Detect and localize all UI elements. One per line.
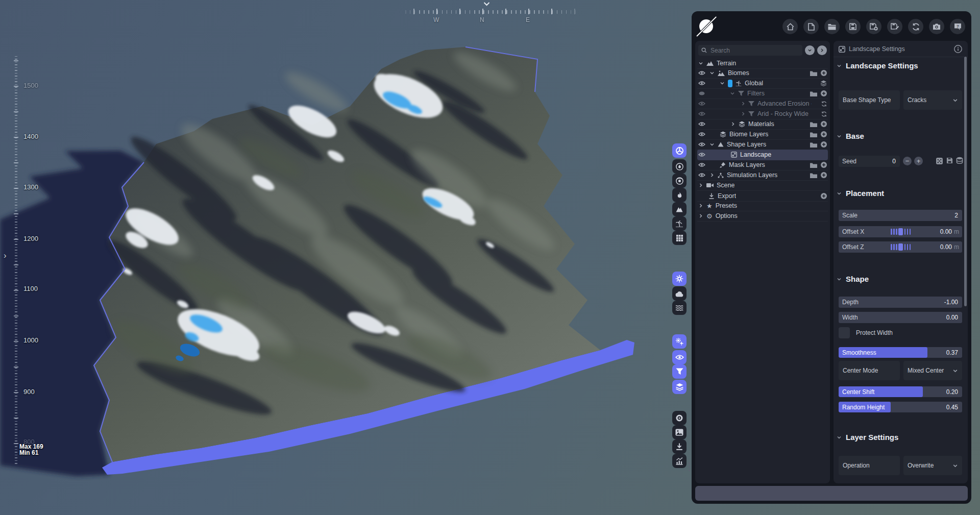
tree-item-biomes[interactable]: Biomes: [697, 68, 828, 79]
tree-item-scene[interactable]: Scene: [697, 180, 828, 191]
tree-item-arid-rocky-wide[interactable]: Arid - Rocky Wide: [697, 109, 828, 119]
cloud-settings-button[interactable]: [672, 286, 687, 301]
folder-icon[interactable]: [810, 121, 817, 127]
width-field[interactable]: Width 0.00: [839, 312, 962, 323]
add-icon[interactable]: [821, 172, 827, 178]
screenshot-gallery-button[interactable]: [672, 425, 687, 439]
eye-icon[interactable]: [698, 121, 705, 127]
add-icon[interactable]: [821, 162, 827, 168]
grid-view-button[interactable]: [672, 231, 687, 245]
tree-item-advanced-erosion[interactable]: Advanced Erosion - Se: [697, 99, 828, 109]
sun-settings-button[interactable]: [672, 272, 687, 286]
tree-item-terrain[interactable]: Terrain: [697, 58, 828, 69]
eye-icon[interactable]: [698, 132, 705, 137]
tree-item-global[interactable]: Global: [697, 78, 828, 89]
section-placement[interactable]: Placement: [837, 189, 959, 198]
seed-decrement-button[interactable]: −: [903, 157, 912, 165]
chevron-right-icon[interactable]: [730, 121, 736, 127]
mountain-view-button[interactable]: [672, 202, 687, 216]
eye-icon[interactable]: [698, 81, 705, 86]
chevron-down-icon[interactable]: [709, 70, 715, 76]
tree-item-shape-layers[interactable]: Shape Layers: [697, 139, 828, 150]
tree-item-presets[interactable]: ★ Presets: [697, 201, 828, 211]
folder-icon[interactable]: [810, 173, 817, 178]
chevron-right-icon[interactable]: [698, 213, 703, 218]
add-icon[interactable]: [821, 90, 827, 96]
folder-icon[interactable]: [810, 162, 817, 168]
tree-item-biome-layers[interactable]: Biome Layers: [697, 129, 828, 140]
visibility-panel-button[interactable]: [672, 350, 687, 364]
offset-z-field[interactable]: Offset Z 0.00 m: [839, 241, 962, 253]
export-quick-button[interactable]: [672, 439, 687, 454]
panel-resize-handle[interactable]: [689, 462, 691, 471]
island-view-button[interactable]: [672, 216, 687, 231]
water-globe-view-button[interactable]: [672, 159, 687, 174]
search-input[interactable]: [709, 46, 773, 55]
folder-icon[interactable]: [810, 91, 817, 96]
statistics-button[interactable]: [672, 454, 687, 468]
chevron-down-icon[interactable]: [720, 81, 725, 86]
tree-item-options[interactable]: ⚙ Options: [697, 211, 828, 222]
globe-view-button[interactable]: [672, 143, 687, 158]
base-shape-type-dropdown[interactable]: Cracks: [903, 90, 962, 110]
record-button[interactable]: [672, 411, 687, 425]
seed-field[interactable]: Seed 0: [839, 156, 900, 167]
add-icon[interactable]: [821, 141, 827, 148]
offset-x-field[interactable]: Offset X 0.00 m: [839, 226, 962, 237]
seed-increment-button[interactable]: +: [914, 157, 923, 165]
sync-icon[interactable]: [821, 111, 827, 117]
sync-button[interactable]: [908, 19, 923, 34]
folder-icon[interactable]: [810, 142, 817, 148]
center-mode-dropdown[interactable]: Mixed Center: [903, 361, 962, 380]
operation-dropdown[interactable]: Overwrite: [903, 456, 962, 475]
new-file-button[interactable]: [803, 19, 819, 34]
orbit-globe-view-button[interactable]: [672, 174, 687, 188]
chevron-right-icon[interactable]: [709, 173, 715, 178]
tree-item-landscape[interactable]: Landscape: [697, 150, 828, 160]
rename-project-button[interactable]: [887, 19, 902, 34]
chevron-right-icon[interactable]: [741, 101, 746, 106]
erosion-view-button[interactable]: [672, 188, 687, 202]
chevron-down-icon[interactable]: [709, 142, 715, 147]
folder-icon[interactable]: [810, 132, 817, 137]
add-icon[interactable]: [821, 121, 827, 127]
eye-icon[interactable]: [698, 173, 705, 178]
screenshot-button[interactable]: [929, 19, 944, 34]
section-layer-settings[interactable]: Layer Settings: [837, 433, 959, 442]
scale-field[interactable]: Scale 2: [839, 210, 962, 221]
tree-item-export[interactable]: Export: [697, 191, 828, 202]
chevron-right-icon[interactable]: [698, 203, 703, 208]
tree-item-simulation-layers[interactable]: Simulation Layers: [697, 170, 828, 181]
add-icon[interactable]: [821, 193, 827, 199]
save-preset-button[interactable]: [946, 157, 953, 164]
tree-search[interactable]: [698, 45, 802, 56]
home-button[interactable]: [782, 19, 798, 34]
expand-all-button[interactable]: [817, 45, 827, 55]
protect-width-checkbox[interactable]: [839, 327, 850, 338]
folder-icon[interactable]: [810, 70, 817, 76]
chevron-right-icon[interactable]: [698, 183, 703, 188]
layers-icon[interactable]: [820, 80, 827, 86]
section-landscape-settings[interactable]: Landscape Settings: [837, 61, 959, 70]
save-button[interactable]: [845, 19, 861, 34]
offset-x-scrubber[interactable]: [891, 228, 911, 235]
random-height-slider[interactable]: Random Height 0.45: [839, 402, 962, 412]
open-project-button[interactable]: [824, 19, 840, 34]
eye-icon[interactable]: [698, 70, 705, 76]
water-settings-button[interactable]: [672, 301, 687, 315]
collapse-all-button[interactable]: [805, 45, 815, 55]
add-icon[interactable]: [821, 131, 827, 137]
add-icon[interactable]: [821, 70, 827, 76]
smoothness-slider[interactable]: Smoothness 0.37: [839, 347, 962, 358]
eye-icon[interactable]: [698, 142, 705, 147]
left-panel-expander[interactable]: ›: [4, 251, 7, 261]
chevron-down-icon[interactable]: [730, 91, 735, 96]
eye-icon[interactable]: [698, 111, 705, 116]
randomize-seed-button[interactable]: [936, 157, 943, 165]
center-shift-slider[interactable]: Center Shift 0.20: [839, 386, 962, 397]
section-shape[interactable]: Shape: [837, 275, 959, 283]
app-logo[interactable]: [697, 17, 716, 36]
sync-icon[interactable]: [821, 101, 827, 107]
save-as-button[interactable]: [866, 19, 881, 34]
tree-item-mask-layers[interactable]: Mask Layers: [697, 160, 828, 170]
